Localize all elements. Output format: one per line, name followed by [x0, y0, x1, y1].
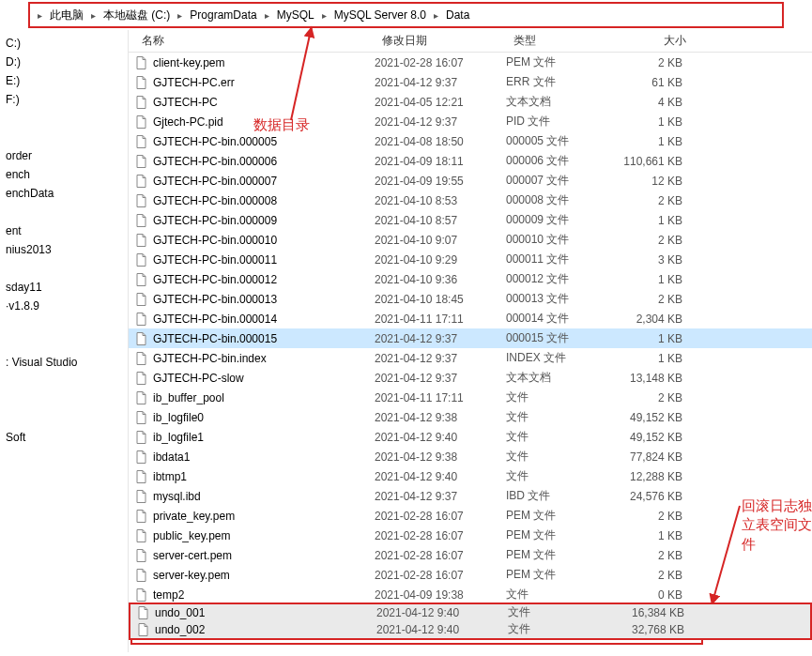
file-date: 2021-02-28 16:07 — [375, 510, 506, 523]
file-icon — [134, 371, 149, 386]
file-type: 000009 文件 — [506, 212, 609, 228]
file-size: 61 KB — [609, 76, 682, 89]
file-date: 2021-04-12 9:40 — [375, 470, 506, 483]
file-row[interactable]: ib_logfile12021-04-12 9:40文件49,152 KB — [129, 427, 812, 447]
file-size: 110,661 KB — [609, 155, 682, 168]
file-name: mysql.ibd — [153, 490, 375, 503]
file-row[interactable]: undo_0012021-04-12 9:40文件16,384 KB — [129, 603, 812, 622]
sidebar-item[interactable]: E:) — [0, 71, 128, 90]
file-size: 0 KB — [609, 588, 682, 602]
file-row[interactable]: GJTECH-PC-bin.0000062021-04-09 18:110000… — [129, 151, 812, 171]
file-row[interactable]: GJTECH-PC-bin.index2021-04-12 9:37INDEX … — [129, 348, 812, 368]
file-icon — [134, 390, 149, 405]
file-size: 2,304 KB — [609, 313, 682, 326]
sidebar-item[interactable]: Soft — [0, 428, 128, 447]
sidebar-item[interactable]: F:) — [0, 90, 128, 109]
sidebar-item[interactable]: enchData — [0, 184, 128, 203]
file-type: 000011 文件 — [506, 252, 609, 267]
file-type: 000013 文件 — [506, 291, 609, 307]
file-row[interactable]: GJTECH-PC.err2021-04-12 9:37ERR 文件61 KB — [129, 72, 812, 92]
file-size: 2 KB — [609, 569, 682, 582]
file-row[interactable]: ib_buffer_pool2021-04-11 17:11文件2 KB — [129, 388, 812, 407]
sidebar-item[interactable]: nius2013 — [0, 240, 128, 259]
crumb-mysql[interactable]: MySQL — [271, 8, 320, 22]
file-row[interactable]: ib_logfile02021-04-12 9:38文件49,152 KB — [129, 407, 812, 427]
sidebar-item[interactable]: ent — [0, 221, 128, 240]
file-name: server-key.pem — [153, 569, 375, 582]
file-row[interactable]: ibdata12021-04-12 9:38文件77,824 KB — [129, 447, 812, 466]
file-icon — [134, 95, 149, 110]
file-icon — [134, 134, 149, 149]
col-header-size[interactable]: 大小 — [609, 33, 694, 49]
sidebar-item[interactable]: C:) — [0, 34, 128, 53]
file-row[interactable]: temp22021-04-09 19:38文件0 KB — [129, 585, 812, 604]
file-row[interactable]: ibtmp12021-04-12 9:40文件12,288 KB — [129, 466, 812, 486]
file-row[interactable]: GJTECH-PC-bin.0000132021-04-10 18:450000… — [129, 289, 812, 309]
file-row[interactable]: GJTECH-PC-bin.0000112021-04-10 9:2900001… — [129, 250, 812, 269]
file-row[interactable]: undo_0022021-04-12 9:40文件32,768 KB — [129, 620, 812, 640]
file-row[interactable]: GJTECH-PC-bin.0000142021-04-11 17:110000… — [129, 309, 812, 328]
chevron-right-icon: ▸ — [320, 10, 329, 21]
crumb-data[interactable]: Data — [440, 8, 475, 22]
col-header-type[interactable]: 类型 — [506, 33, 609, 49]
file-row[interactable]: Gjtech-PC.pid2021-04-12 9:37PID 文件1 KB — [129, 112, 812, 131]
file-date: 2021-04-12 9:38 — [375, 450, 506, 464]
file-row[interactable]: GJTECH-PC-slow2021-04-12 9:37文本文档13,148 … — [129, 368, 812, 388]
breadcrumb[interactable]: ▸ 此电脑 ▸ 本地磁盘 (C:) ▸ ProgramData ▸ MySQL … — [28, 2, 784, 28]
sidebar-item[interactable]: order — [0, 146, 128, 165]
file-name: GJTECH-PC — [153, 96, 375, 109]
file-name: ibdata1 — [153, 450, 375, 464]
column-headers[interactable]: 名称 修改日期 类型 大小 — [129, 30, 812, 53]
file-date: 2021-02-28 16:07 — [375, 529, 506, 542]
crumb-programdata[interactable]: ProgramData — [184, 8, 262, 22]
crumb-drive-c[interactable]: 本地磁盘 (C:) — [98, 8, 176, 23]
file-row[interactable]: server-cert.pem2021-02-28 16:07PEM 文件2 K… — [129, 545, 812, 565]
file-type: 文本文档 — [506, 370, 609, 386]
file-row[interactable]: mysql.ibd2021-04-12 9:37IBD 文件24,576 KB — [129, 486, 812, 506]
file-icon — [134, 174, 149, 189]
file-date: 2021-04-12 9:37 — [375, 76, 506, 89]
file-row[interactable]: GJTECH-PC-bin.0000072021-04-09 19:550000… — [129, 171, 812, 191]
crumb-mysql-server[interactable]: MySQL Server 8.0 — [329, 8, 432, 22]
file-row[interactable]: GJTECH-PC2021-04-05 12:21文本文档4 KB — [129, 92, 812, 112]
file-date: 2021-04-11 17:11 — [375, 313, 506, 326]
crumb-this-pc[interactable]: 此电脑 — [44, 8, 89, 23]
file-row[interactable]: public_key.pem2021-02-28 16:07PEM 文件1 KB — [129, 526, 812, 545]
file-icon — [134, 587, 149, 603]
file-row[interactable]: client-key.pem2021-02-28 16:07PEM 文件2 KB — [129, 53, 812, 72]
file-row[interactable]: GJTECH-PC-bin.0000102021-04-10 9:0700001… — [129, 230, 812, 250]
file-icon — [134, 312, 149, 327]
file-type: 000005 文件 — [506, 133, 609, 149]
col-header-name[interactable]: 名称 — [129, 33, 375, 49]
sidebar-item[interactable]: sday11 — [0, 278, 128, 297]
file-name: ibtmp1 — [153, 470, 375, 483]
sidebar-item[interactable]: : Visual Studio — [0, 353, 128, 372]
file-size: 49,152 KB — [609, 411, 682, 424]
file-row[interactable]: GJTECH-PC-bin.0000052021-04-08 18:500000… — [129, 131, 812, 151]
file-date: 2021-04-12 9:40 — [376, 623, 508, 636]
file-row[interactable]: GJTECH-PC-bin.0000082021-04-10 8:5300000… — [129, 191, 812, 210]
file-row[interactable]: GJTECH-PC-bin.0000122021-04-10 9:3600001… — [129, 269, 812, 289]
sidebar-item — [0, 372, 128, 390]
sidebar-item[interactable]: ench — [0, 165, 128, 184]
file-row[interactable]: private_key.pem2021-02-28 16:07PEM 文件2 K… — [129, 506, 812, 526]
file-icon — [134, 450, 149, 465]
file-size: 1 KB — [609, 214, 682, 227]
file-type: 000008 文件 — [506, 192, 609, 208]
file-date: 2021-04-12 9:37 — [375, 332, 506, 345]
file-row[interactable]: server-key.pem2021-02-28 16:07PEM 文件2 KB — [129, 565, 812, 585]
file-name: GJTECH-PC-bin.000012 — [153, 273, 375, 286]
file-date: 2021-04-12 9:37 — [375, 352, 506, 365]
file-type: 000006 文件 — [506, 153, 609, 169]
sidebar-item — [0, 334, 128, 353]
file-name: private_key.pem — [153, 510, 375, 523]
nav-sidebar[interactable]: C:)D:)E:)F:) orderenchenchData entnius20… — [0, 30, 129, 652]
col-header-date[interactable]: 修改日期 — [375, 33, 506, 49]
chevron-right-icon: ▸ — [263, 10, 271, 21]
file-icon — [134, 489, 149, 504]
file-row[interactable]: GJTECH-PC-bin.0000092021-04-10 8:5700000… — [129, 210, 812, 230]
file-row[interactable]: GJTECH-PC-bin.0000152021-04-12 9:3700001… — [129, 328, 812, 348]
file-type: PEM 文件 — [506, 547, 609, 563]
sidebar-item[interactable]: ·v1.8.9 — [0, 297, 128, 315]
sidebar-item[interactable]: D:) — [0, 53, 128, 71]
